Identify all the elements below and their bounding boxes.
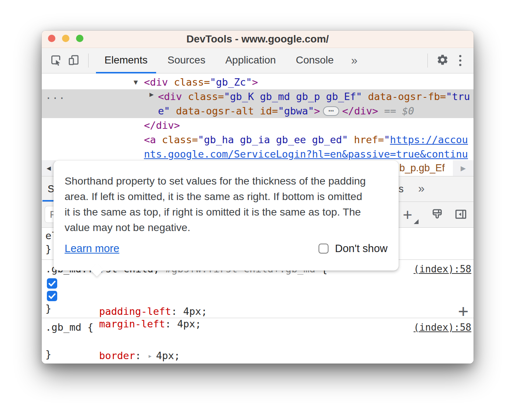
tab-sources[interactable]: Sources (158, 48, 216, 73)
property-checkbox[interactable] (47, 291, 57, 301)
code-token: == (378, 105, 402, 117)
property-value: 4px; (177, 318, 201, 330)
expand-shorthand-icon[interactable]: ▸ (148, 351, 152, 360)
more-tabs-button[interactable]: » (344, 54, 365, 67)
dollar-zero-ref: $0 (402, 105, 414, 117)
tree-row[interactable]: nts.google.com/ServiceLogin?hl=en&passiv… (144, 147, 468, 160)
brush-icon (430, 207, 444, 223)
tab-elements[interactable]: Elements (94, 48, 158, 73)
code-token: class= (174, 76, 210, 88)
tooltip-text: value may not be negative. (65, 220, 388, 235)
code-token: > (314, 105, 320, 117)
css-property-row[interactable]: margin-left: 4px; (42, 289, 474, 303)
toggle-device-toolbar-button[interactable] (65, 52, 82, 69)
device-toolbar-icon (68, 54, 80, 68)
tree-row[interactable]: </div> (144, 118, 180, 132)
code-token: "gb_K gb_md gb_p gb_Ef" (224, 91, 368, 102)
toolbar-separator (427, 54, 428, 68)
expand-arrow-icon[interactable]: ▼ (134, 75, 144, 89)
new-style-rule-button[interactable]: + (398, 206, 417, 224)
window-controls (48, 35, 83, 42)
property-name: margin-left (99, 318, 165, 330)
code-token: class= (162, 134, 198, 145)
more-sidebar-tabs-button[interactable]: » (418, 176, 424, 202)
panel-toggle-icon (454, 207, 468, 223)
close-window-button[interactable] (48, 35, 55, 42)
inspect-cursor-icon (50, 54, 62, 68)
tree-row[interactable]: <a class="gb_ha gb_ia gb_ee gb_ed" href=… (144, 132, 468, 147)
toggle-sidebar-button[interactable] (451, 206, 470, 224)
property-name: padding-left (99, 306, 171, 317)
code-token: > (252, 76, 258, 88)
property-separator: : (135, 350, 147, 361)
code-token: </div> (342, 105, 378, 117)
gear-icon (436, 54, 449, 68)
toggle-rendering-button[interactable] (428, 206, 446, 224)
tooltip-text: area. If left is omitted, it is the same… (65, 189, 388, 204)
zoom-window-button[interactable] (76, 35, 83, 42)
dont-show-label: Don't show (335, 242, 388, 255)
tab-application[interactable]: Application (215, 48, 286, 73)
css-rule-selector[interactable]: .gb_md { (45, 320, 93, 334)
tree-row[interactable]: ▼<div class="gb_Zc"> (134, 75, 258, 89)
devtools-window: DevTools - www.google.com/ Elements Sour… (42, 31, 474, 364)
code-token: " (384, 134, 390, 145)
code-token: <a (144, 134, 162, 145)
css-property-row[interactable]: border: ▸4px; (42, 335, 474, 349)
code-token: "gb_Zc" (210, 76, 252, 88)
dont-show-checkbox[interactable] (319, 244, 328, 254)
property-doc-tooltip: Shorthand property to set values for the… (54, 161, 399, 271)
rule-close-brace: } (45, 302, 51, 316)
elements-tree: ▼<div class="gb_Zc"> ... ▶ <div class="g… (42, 73, 474, 160)
tab-console[interactable]: Console (286, 48, 344, 73)
code-token: id= (260, 105, 278, 117)
code-token: "gbwa" (278, 105, 314, 117)
learn-more-link[interactable]: Learn more (65, 242, 119, 255)
rule-close-brace: } (45, 347, 51, 361)
code-token: data-ogsr-fb= (368, 91, 446, 102)
code-token: "gb_ha gb_ia gb_ee gb_ed" (198, 134, 354, 145)
inspect-element-button[interactable] (47, 52, 65, 69)
code-token: data-ogsr-alt (176, 105, 260, 117)
property-value: 4px; (156, 350, 180, 361)
property-name: border (99, 350, 135, 361)
gutter-ellipsis[interactable]: ... (45, 89, 66, 104)
tooltip-text: it is the same as top, if right is omitt… (65, 204, 388, 220)
code-token: e" (158, 105, 176, 117)
customize-devtools-button[interactable] (451, 55, 469, 66)
stylesheet-source-link[interactable]: (index):58 (413, 262, 471, 276)
selected-tree-row[interactable]: ... ▶ <div class="gb_K gb_md gb_p gb_Ef"… (42, 89, 474, 118)
hidden-children-ellipsis-button[interactable]: ⋯ (323, 106, 339, 116)
breadcrumb-scroll-right-button[interactable]: ▶ (453, 160, 474, 176)
devtools-toolbar: Elements Sources Application Console » (42, 48, 474, 73)
stylesheet-source-link[interactable]: (index):58 (413, 320, 471, 334)
window-title: DevTools - www.google.com/ (186, 33, 329, 45)
code-token: class= (188, 91, 224, 102)
chevron-left-icon: ◀ (47, 165, 51, 172)
breadcrumb-item[interactable]: b_p.gb_Ef (399, 160, 445, 176)
property-separator: : (165, 318, 177, 330)
href-link[interactable]: nts.google.com/ServiceLogin?hl=en&passiv… (144, 148, 468, 160)
sidebar-tab-fragment[interactable]: s (399, 176, 404, 202)
minimize-window-button[interactable] (62, 35, 69, 42)
plus-icon: + (403, 207, 412, 223)
tooltip-text: Shorthand property to set values for the… (65, 173, 388, 189)
property-separator: : (171, 306, 183, 317)
title-bar: DevTools - www.google.com/ (42, 31, 474, 48)
property-value: 4px; (183, 306, 207, 317)
code-token: <div (158, 91, 188, 102)
section-divider (42, 318, 474, 318)
collapse-arrow-icon[interactable]: ▶ (149, 90, 154, 98)
code-token: "tru (446, 91, 470, 102)
css-property-row[interactable]: padding-left: 4px; (42, 276, 474, 290)
element-style-close: } (45, 242, 51, 256)
property-checkbox[interactable] (47, 278, 57, 289)
toolbar-separator (88, 54, 89, 68)
insert-style-rule-button[interactable]: + (458, 304, 468, 319)
code-token: </div> (144, 120, 180, 131)
code-token: href= (354, 134, 384, 145)
code-token: <div (144, 76, 174, 88)
href-link[interactable]: https://accou (390, 134, 468, 145)
settings-button[interactable] (434, 52, 451, 69)
kebab-menu-icon (459, 55, 461, 66)
